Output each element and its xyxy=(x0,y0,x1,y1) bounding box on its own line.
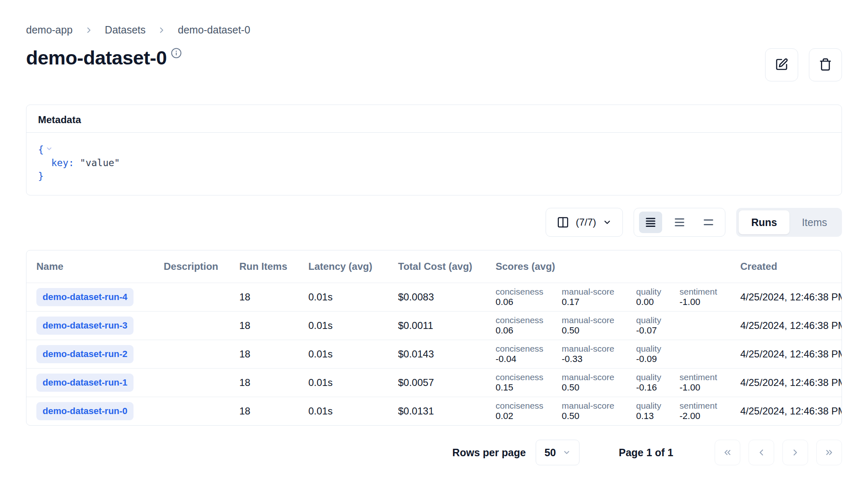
score-cell: quality0.00 xyxy=(636,287,680,307)
columns-icon xyxy=(557,216,569,229)
json-value: "value" xyxy=(80,157,120,168)
run-items-count: 18 xyxy=(239,320,308,331)
rows-per-page-select[interactable]: 50 xyxy=(536,440,579,465)
row-height-small-button[interactable] xyxy=(639,212,662,233)
pagination-nav xyxy=(715,440,842,465)
run-total-cost: $0.0057 xyxy=(398,377,496,388)
info-icon[interactable] xyxy=(171,48,182,59)
column-visibility-count: (7/7) xyxy=(576,217,596,228)
rows-per-page-value: 50 xyxy=(544,447,556,459)
run-created-timestamp: 4/25/2024, 12:46:38 PM xyxy=(740,291,842,303)
title-actions xyxy=(765,48,842,81)
next-page-button[interactable] xyxy=(782,440,808,465)
json-line-open[interactable]: { xyxy=(38,143,830,156)
run-items-count: 18 xyxy=(239,348,308,360)
row-height-tight-icon xyxy=(644,216,657,229)
score-cell: conciseness0.02 xyxy=(496,401,562,421)
page-info: Page 1 of 1 xyxy=(619,447,673,459)
json-close-brace: } xyxy=(38,171,44,181)
score-cell: conciseness0.15 xyxy=(496,372,562,393)
run-items-count: 18 xyxy=(239,405,308,417)
run-name-link[interactable]: demo-dataset-run-0 xyxy=(36,402,134,420)
json-line-key: key: "value" xyxy=(38,156,830,169)
run-latency: 0.01s xyxy=(308,405,398,417)
score-cell: manual-score0.50 xyxy=(562,315,636,336)
table-header-row: Name Description Run Items Latency (avg)… xyxy=(26,250,842,283)
metadata-panel: Metadata { key: "value" } xyxy=(26,105,842,195)
column-header-description[interactable]: Description xyxy=(164,261,239,272)
score-cell: sentiment-1.00 xyxy=(680,372,740,393)
page-title: demo-dataset-0 xyxy=(26,47,167,69)
score-cell xyxy=(680,315,740,336)
chevron-right-icon xyxy=(157,26,166,35)
column-header-scores[interactable]: Scores (avg) xyxy=(496,261,740,272)
run-created-timestamp: 4/25/2024, 12:46:38 PM xyxy=(740,377,842,388)
chevron-right-icon xyxy=(790,448,800,457)
column-header-total-cost[interactable]: Total Cost (avg) xyxy=(398,261,496,272)
table-toolbar: (7/7) Runs Ite xyxy=(26,208,842,237)
row-height-large-button[interactable] xyxy=(697,212,720,233)
breadcrumb-datasets[interactable]: Datasets xyxy=(105,24,146,36)
table-row[interactable]: demo-dataset-run-2 18 0.01s $0.0143 conc… xyxy=(26,340,842,368)
first-page-button[interactable] xyxy=(715,440,740,465)
score-cell: conciseness-0.04 xyxy=(496,344,562,364)
run-name-link[interactable]: demo-dataset-run-3 xyxy=(36,317,134,335)
edit-icon xyxy=(775,58,788,72)
chevron-down-icon xyxy=(603,218,612,227)
score-cell: quality0.13 xyxy=(636,401,680,421)
score-cell: sentiment-1.00 xyxy=(680,287,740,307)
score-cell: manual-score0.17 xyxy=(562,287,636,307)
row-height-medium-button[interactable] xyxy=(668,212,691,233)
breadcrumb: demo-app Datasets demo-dataset-0 xyxy=(26,24,842,36)
run-items-count: 18 xyxy=(239,291,308,303)
run-created-timestamp: 4/25/2024, 12:46:38 PM xyxy=(740,320,842,331)
edit-dataset-button[interactable] xyxy=(765,48,798,81)
run-latency: 0.01s xyxy=(308,320,398,331)
column-header-name[interactable]: Name xyxy=(36,261,164,272)
row-height-tall-icon xyxy=(702,216,715,229)
column-header-created[interactable]: Created xyxy=(740,261,842,272)
run-name-link[interactable]: demo-dataset-run-1 xyxy=(36,374,134,392)
rows-per-page-label: Rows per page xyxy=(452,447,526,459)
column-header-latency[interactable]: Latency (avg) xyxy=(308,261,398,272)
chevron-down-icon[interactable] xyxy=(45,143,53,156)
tab-items[interactable]: Items xyxy=(789,210,839,234)
table-row[interactable]: demo-dataset-run-0 18 0.01s $0.0131 conc… xyxy=(26,397,842,425)
run-latency: 0.01s xyxy=(308,291,398,303)
score-cell: quality-0.09 xyxy=(636,344,680,364)
table-row[interactable]: demo-dataset-run-4 18 0.01s $0.0083 conc… xyxy=(26,283,842,311)
title-row: demo-dataset-0 xyxy=(26,47,842,81)
delete-dataset-button[interactable] xyxy=(809,48,842,81)
pagination-bar: Rows per page 50 Page 1 of 1 xyxy=(26,440,842,465)
table-row[interactable]: demo-dataset-run-1 18 0.01s $0.0057 conc… xyxy=(26,368,842,397)
run-latency: 0.01s xyxy=(308,348,398,360)
previous-page-button[interactable] xyxy=(749,440,774,465)
table-row[interactable]: demo-dataset-run-3 18 0.01s $0.0011 conc… xyxy=(26,311,842,340)
metadata-panel-title: Metadata xyxy=(26,105,842,133)
last-page-button[interactable] xyxy=(816,440,842,465)
run-items-count: 18 xyxy=(239,377,308,388)
score-cell: conciseness0.06 xyxy=(496,315,562,336)
metadata-json-viewer: { key: "value" } xyxy=(26,133,842,195)
score-cell: manual-score0.50 xyxy=(562,372,636,393)
row-height-toggle-group xyxy=(634,208,725,237)
run-scores: conciseness0.06 manual-score0.17 quality… xyxy=(496,287,740,307)
column-visibility-button[interactable]: (7/7) xyxy=(546,208,623,237)
json-open-brace: { xyxy=(38,144,44,155)
tab-runs[interactable]: Runs xyxy=(739,210,789,234)
runs-items-tabs: Runs Items xyxy=(736,208,842,237)
score-cell: quality-0.16 xyxy=(636,372,680,393)
run-name-link[interactable]: demo-dataset-run-2 xyxy=(36,345,134,363)
dataset-page: demo-app Datasets demo-dataset-0 demo-da… xyxy=(0,24,868,481)
chevron-down-icon xyxy=(563,448,571,457)
run-scores: conciseness-0.04 manual-score-0.33 quali… xyxy=(496,344,740,364)
column-header-run-items[interactable]: Run Items xyxy=(239,261,308,272)
row-height-medium-icon xyxy=(673,216,686,229)
run-latency: 0.01s xyxy=(308,377,398,388)
breadcrumb-project[interactable]: demo-app xyxy=(26,24,73,36)
breadcrumb-current-dataset[interactable]: demo-dataset-0 xyxy=(178,24,250,36)
json-key: key: xyxy=(51,157,74,168)
runs-table: Name Description Run Items Latency (avg)… xyxy=(26,250,842,426)
run-created-timestamp: 4/25/2024, 12:46:38 PM xyxy=(740,405,842,417)
run-name-link[interactable]: demo-dataset-run-4 xyxy=(36,288,134,306)
